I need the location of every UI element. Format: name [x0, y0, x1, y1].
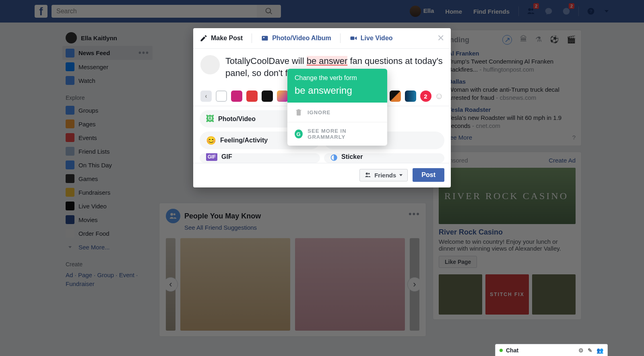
photo-icon: 🖼 [206, 114, 214, 123]
tab-label: Make Post [211, 35, 243, 42]
pencil-icon [200, 34, 208, 42]
bg-swatch[interactable] [405, 91, 416, 102]
error-count-badge[interactable]: 2 [420, 91, 431, 102]
svg-point-4 [263, 37, 264, 38]
tab-photo-album[interactable]: Photo/Video Album [261, 34, 331, 42]
grammarly-see-more[interactable]: G SEE MORE IN GRAMMARLY [287, 122, 387, 146]
bg-swatch[interactable] [277, 91, 288, 102]
emoji-area: 2 ☺ [420, 91, 444, 102]
chevron-down-icon [399, 174, 402, 176]
grammarly-suggestion-text: be answering [295, 85, 380, 96]
tab-make-post[interactable]: Make Post [200, 34, 243, 42]
option-sticker[interactable]: ◑ Sticker [324, 153, 444, 163]
option-gif[interactable]: GIF GIF [200, 153, 320, 163]
tab-label: Live Video [361, 35, 393, 42]
bg-swatch[interactable] [262, 91, 273, 102]
svg-rect-5 [350, 37, 354, 40]
gif-icon: GIF [206, 153, 217, 161]
grammarly-hint: Change the verb form [295, 74, 380, 82]
sticker-icon: ◑ [330, 153, 337, 162]
bg-swatch[interactable] [390, 91, 401, 102]
compose-body: TotallyCoolDave will be answer fan quest… [193, 49, 451, 106]
trash-icon [295, 108, 303, 116]
option-label: Feeling/Activity [220, 137, 268, 144]
separator [340, 33, 341, 43]
grammarly-suggestion[interactable]: Change the verb form be answering [287, 69, 387, 103]
friends-icon [365, 172, 371, 178]
option-label: GIF [221, 153, 232, 161]
bg-prev[interactable]: ‹ [200, 91, 212, 102]
bg-swatch[interactable] [246, 91, 258, 102]
audience-label: Friends [374, 172, 396, 179]
audience-selector[interactable]: Friends [359, 169, 408, 181]
grammarly-ignore[interactable]: IGNORE [287, 103, 387, 122]
bg-swatch[interactable] [231, 91, 242, 102]
video-icon [349, 34, 357, 42]
photo-icon [261, 34, 269, 42]
svg-rect-3 [262, 36, 268, 41]
avatar [200, 55, 220, 74]
option-label: Sticker [341, 153, 363, 161]
text-error: be answer [307, 56, 348, 66]
text-before: TotallyCoolDave will [225, 56, 307, 66]
smile-icon: 😊 [206, 136, 216, 145]
compose-tabs: Make Post Photo/Video Album Live Video ✕ [193, 28, 451, 49]
post-button[interactable]: Post [413, 168, 444, 182]
bg-swatch[interactable] [216, 91, 227, 102]
grammarly-logo-icon: G [295, 130, 303, 138]
compose-footer: Friends Post [193, 163, 451, 187]
option-label: Photo/Video [218, 115, 256, 123]
tab-label: Photo/Video Album [272, 35, 331, 42]
close-button[interactable]: ✕ [437, 33, 444, 43]
separator [252, 33, 252, 43]
ignore-label: IGNORE [308, 109, 330, 115]
grammarly-popup: Change the verb form be answering IGNORE… [287, 69, 387, 146]
see-more-label: SEE MORE IN GRAMMARLY [308, 128, 380, 140]
tab-live-video[interactable]: Live Video [349, 34, 393, 42]
emoji-picker-icon[interactable]: ☺ [435, 91, 444, 101]
compose-modal: Make Post Photo/Video Album Live Video ✕… [193, 28, 451, 187]
